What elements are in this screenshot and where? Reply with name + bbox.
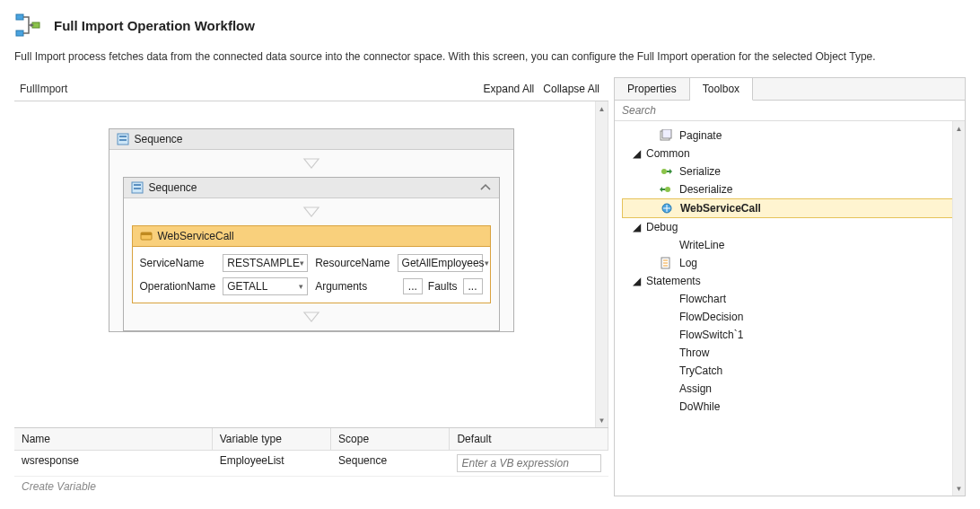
svg-rect-5 [119, 136, 127, 137]
toolbox-item-flowdecision[interactable]: FlowDecision [615, 308, 965, 326]
svg-marker-20 [660, 187, 662, 192]
caret-down-icon: ◢ [633, 147, 641, 160]
toolbox-item-flowchart[interactable]: Flowchart [615, 290, 965, 308]
resourcename-label: ResourceName [315, 257, 389, 269]
var-default-input[interactable] [457, 454, 601, 472]
col-name[interactable]: Name [14, 428, 213, 450]
svg-marker-11 [304, 207, 319, 216]
chevron-down-icon: ▾ [485, 259, 489, 268]
svg-rect-13 [141, 233, 152, 235]
servicename-label: ServiceName [140, 257, 216, 269]
page-title: Full Import Operation Workflow [54, 18, 255, 33]
toolbox-item-throw[interactable]: Throw [615, 344, 965, 362]
col-default[interactable]: Default [450, 428, 608, 450]
webservice-icon [140, 230, 153, 242]
svg-point-19 [665, 187, 670, 192]
toolbox-item-writeline[interactable]: WriteLine [615, 236, 965, 254]
faults-button[interactable]: ... [463, 278, 483, 294]
operationname-select[interactable]: GETALL▾ [223, 277, 308, 295]
toolbox-item-assign[interactable]: Assign [615, 380, 965, 398]
create-variable-link[interactable]: Create Variable [14, 477, 608, 496]
toolbox-item-webservicecall[interactable]: WebServiceCall [622, 198, 958, 218]
variables-header: Name Variable type Scope Default [14, 428, 608, 451]
var-scope[interactable]: Sequence [331, 451, 450, 476]
sequence-icon [117, 133, 129, 145]
toolbox-group-common[interactable]: ◢ Common [615, 145, 965, 162]
svg-rect-6 [119, 139, 127, 141]
arguments-label: Arguments [315, 280, 389, 293]
svg-rect-16 [662, 129, 671, 138]
svg-marker-18 [669, 169, 672, 174]
var-type[interactable]: EmployeeList [213, 451, 331, 476]
outer-sequence-activity[interactable]: Sequence Sequence [109, 128, 514, 332]
right-tabs: Properties Toolbox [615, 78, 965, 101]
col-scope[interactable]: Scope [331, 428, 450, 450]
toolbox-tree[interactable]: Paginate ◢ Common Serialize Deserialize … [615, 121, 965, 496]
connector-arrow [124, 303, 499, 330]
caret-down-icon: ◢ [633, 221, 641, 233]
svg-marker-7 [304, 159, 319, 168]
svg-marker-14 [304, 312, 319, 321]
blank-icon [660, 239, 672, 251]
scroll-down-icon[interactable]: ▼ [953, 481, 965, 496]
toolbox-scrollbar[interactable]: ▲ ▼ [952, 121, 965, 496]
variable-row[interactable]: wsresponse EmployeeList Sequence [14, 451, 608, 477]
designer-canvas[interactable]: Sequence Sequence [14, 101, 608, 427]
workflow-icon [14, 11, 43, 39]
toolbox-item-dowhile[interactable]: DoWhile [615, 398, 965, 416]
arguments-button[interactable]: ... [403, 278, 423, 294]
page-header: Full Import Operation Workflow [0, 0, 980, 47]
variables-panel: Name Variable type Scope Default wsrespo… [14, 427, 608, 496]
designer-header: FullImport Expand All Collapse All [14, 77, 608, 101]
tab-properties[interactable]: Properties [615, 78, 690, 100]
tab-toolbox[interactable]: Toolbox [690, 78, 753, 101]
sequence-icon [131, 181, 144, 194]
collapse-icon[interactable] [479, 182, 492, 193]
var-name[interactable]: wsresponse [14, 451, 213, 476]
toolbox-search-input[interactable] [615, 101, 965, 120]
svg-rect-9 [134, 184, 141, 186]
right-pane: Properties Toolbox Paginate ◢ Common Ser… [614, 77, 966, 496]
caret-down-icon: ◢ [633, 275, 641, 287]
toolbox-item-deserialize[interactable]: Deserialize [615, 180, 965, 198]
webservice-icon [661, 202, 673, 215]
scroll-down-icon[interactable]: ▼ [596, 413, 608, 427]
svg-rect-0 [16, 14, 23, 20]
chevron-down-icon: ▾ [300, 259, 304, 268]
scroll-up-icon[interactable]: ▲ [596, 101, 608, 116]
scroll-up-icon[interactable]: ▲ [953, 121, 965, 136]
expand-all-button[interactable]: Expand All [484, 83, 535, 95]
toolbox-item-paginate[interactable]: Paginate [615, 127, 965, 145]
connector-arrow [124, 198, 499, 225]
paginate-icon [660, 129, 672, 142]
toolbox-item-log[interactable]: Log [615, 254, 965, 272]
serialize-icon [660, 165, 672, 178]
vertical-scrollbar[interactable]: ▲ ▼ [595, 101, 608, 427]
servicename-select[interactable]: RESTSAMPLE▾ [223, 254, 308, 272]
faults-label: Faults [428, 280, 458, 293]
connector-arrow [109, 150, 513, 177]
inner-sequence-activity[interactable]: Sequence WebServiceCall [123, 177, 500, 331]
toolbox-item-flowswitch[interactable]: FlowSwitch`1 [615, 326, 965, 344]
toolbox-item-serialize[interactable]: Serialize [615, 162, 965, 180]
svg-point-17 [661, 169, 667, 174]
deserialize-icon [660, 183, 672, 196]
toolbox-item-trycatch[interactable]: TryCatch [615, 362, 965, 380]
page-description: Full Import process fetches data from th… [0, 47, 980, 77]
toolbox-group-debug[interactable]: ◢ Debug [615, 218, 965, 236]
svg-rect-10 [134, 188, 141, 189]
svg-rect-1 [16, 31, 23, 36]
webservicecall-title: WebServiceCall [158, 230, 234, 242]
inner-sequence-title: Sequence [149, 181, 197, 194]
resourcename-select[interactable]: GetAllEmployees▾ [398, 254, 483, 272]
operationname-label: OperationName [140, 280, 216, 293]
chevron-down-icon: ▾ [299, 282, 303, 291]
log-icon [660, 257, 672, 269]
breadcrumb[interactable]: FullImport [14, 83, 67, 95]
toolbox-group-statements[interactable]: ◢ Statements [615, 272, 965, 290]
collapse-all-button[interactable]: Collapse All [543, 83, 599, 95]
webservicecall-activity[interactable]: WebServiceCall ServiceName RESTSAMPLE▾ R… [132, 225, 491, 303]
col-type[interactable]: Variable type [213, 428, 331, 450]
outer-sequence-title: Sequence [135, 133, 183, 145]
